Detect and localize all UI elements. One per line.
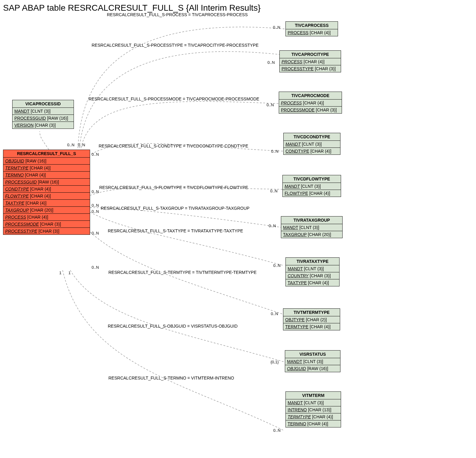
relation-label: RESRCALCRESULT_FULL_S-TERMTYPE = TIVTMTE… xyxy=(108,270,256,275)
field: PROCESS [CHAR (4)] xyxy=(3,214,90,221)
entity-header: VISRSTATUS xyxy=(285,351,340,358)
field: MANDT [CLNT (3)] xyxy=(285,358,340,365)
cardinality: 0..N xyxy=(270,189,278,193)
field: MANDT [CLNT (3)] xyxy=(13,108,74,115)
field: PROCESSGUID [RAW (16)] xyxy=(13,115,74,122)
entity-tivtmtermtype: TIVTMTERMTYPE OBJTYPE [CHAR (2)] TERMTYP… xyxy=(283,308,340,330)
cardinality: 0..N xyxy=(92,189,99,194)
cardinality: 0..N xyxy=(92,265,99,270)
relation-label: RESRCALCRESULT_FULL_S-CONDTYPE = TIVCDCO… xyxy=(99,144,248,148)
field: TERMTYPE [CHAR (4)] xyxy=(286,413,341,420)
cardinality: 0..N xyxy=(67,143,74,147)
entity-header: TIVRATAXGROUP xyxy=(281,216,342,224)
entity-header: TIVCDCONDTYPE xyxy=(284,133,340,141)
entity-visrstatus: VISRSTATUS MANDT [CLNT (3)] OBJGUID [RAW… xyxy=(285,350,340,372)
entity-tivcdflowtype: TIVCDFLOWTYPE MANDT [CLNT (3)] FLOWTYPE … xyxy=(282,175,341,197)
entity-tivcaprocitype: TIVCAPROCITYPE PROCESS [CHAR (4)] PROCES… xyxy=(279,50,341,72)
cardinality: 0..N xyxy=(92,209,99,214)
relation-label: RESRCALCRESULT_FULL_S-PROCESS = TIVCAPRO… xyxy=(107,12,248,17)
entity-header: RESRCALCRESULT_FULL_S xyxy=(3,150,90,158)
field: MANDT [CLNT (3)] xyxy=(286,399,341,406)
cardinality: 0..N xyxy=(273,263,281,268)
entity-vitmterm: VITMTERM MANDT [CLNT (3)] INTRENO [CHAR … xyxy=(285,391,341,427)
field: PROCESSGUID [RAW (16)] xyxy=(3,179,90,186)
field: TERMTYPE [CHAR (4)] xyxy=(283,323,340,330)
field: MANDT [CLNT (3)] xyxy=(286,265,339,272)
entity-tivcaprocmode: TIVCAPROCMODE PROCESS [CHAR (4)] PROCESS… xyxy=(279,92,342,114)
entity-tivcdcondtype: TIVCDCONDTYPE MANDT [CLNT (3)] CONDTYPE … xyxy=(283,133,340,155)
field: TAXTYPE [CHAR (4)] xyxy=(3,200,90,207)
field: COUNTRY [CHAR (3)] xyxy=(286,272,339,279)
field: FLOWTYPE [CHAR (4)] xyxy=(3,193,90,200)
entity-header: TIVCDFLOWTYPE xyxy=(283,175,341,183)
field: TAXGROUP [CHAR (20)] xyxy=(281,231,342,238)
entity-tivcaprocess: TIVCAPROCESS PROCESS [CHAR (4)] xyxy=(285,21,338,36)
field: PROCESS [CHAR (4)] xyxy=(279,100,342,107)
field: PROCESS [CHAR (4)] xyxy=(286,29,338,36)
field: VERSION [CHAR (3)] xyxy=(13,122,74,129)
field: CONDTYPE [CHAR (4)] xyxy=(284,148,340,154)
entity-header: VICAPROCESSID xyxy=(13,100,74,108)
cardinality: {0,1} xyxy=(271,360,279,364)
field: MANDT [CLNT (3)] xyxy=(283,183,341,190)
cardinality: 0..N xyxy=(92,152,99,157)
field: CONDTYPE [CHAR (4)] xyxy=(3,186,90,193)
entity-header: TIVTMTERMTYPE xyxy=(283,309,340,316)
cardinality: 1 xyxy=(68,271,71,275)
cardinality: 0..N xyxy=(273,25,280,30)
relation-label: RESRCALCRESULT_FULL_S-TAXTYPE = TIVRATAX… xyxy=(108,228,243,233)
entity-header: TIVCAPROCMODE xyxy=(279,92,342,100)
cardinality: 0..N xyxy=(271,311,278,316)
relation-label: RESRCALCRESULT_FULL_S-FLOWTYPE = TIVCDFL… xyxy=(99,185,248,190)
field: TERMNO [CHAR (4)] xyxy=(286,420,341,427)
field: TAXGROUP [CHAR (20)] xyxy=(3,207,90,214)
field: PROCESSMODE [CHAR (3)] xyxy=(3,221,90,228)
cardinality: 0..N xyxy=(267,103,274,107)
relation-label: RESRCALCRESULT_FULL_S-OBJGUID = VISRSTAT… xyxy=(108,324,238,329)
field: TERMNO [CHAR (4)] xyxy=(3,172,90,179)
relation-label: RESRCALCRESULT_FULL_S-TAXGROUP = TIVRATA… xyxy=(101,206,249,211)
entity-header: TIVRATAXTYPE xyxy=(286,258,339,265)
cardinality: 0..N xyxy=(92,203,99,208)
entity-header: TIVCAPROCESS xyxy=(286,22,338,29)
field: OBJTYPE [CHAR (2)] xyxy=(283,316,340,323)
field: PROCESSTYPE [CHAR (3)] xyxy=(3,228,90,234)
cardinality: 0..N xyxy=(271,149,278,154)
field: OBJGUID [RAW (16)] xyxy=(3,158,90,165)
cardinality: 0..N xyxy=(78,143,85,147)
cardinality: 1 xyxy=(59,271,61,275)
relation-label: RESRCALCRESULT_FULL_S-TERMNO = VITMTERM-… xyxy=(108,376,234,380)
field: PROCESSMODE [CHAR (3)] xyxy=(279,107,342,113)
cardinality: 0..N xyxy=(267,60,275,65)
entity-tivrataxtype: TIVRATAXTYPE MANDT [CLNT (3)] COUNTRY [C… xyxy=(285,257,340,286)
field: MANDT [CLNT (3)] xyxy=(284,141,340,148)
cardinality: 0..N xyxy=(269,224,276,228)
field: OBJGUID [RAW (16)] xyxy=(285,365,340,372)
page-title: SAP ABAP table RESRCALCRESULT_FULL_S {Al… xyxy=(3,3,476,13)
field: PROCESS [CHAR (4)] xyxy=(280,58,341,65)
entity-header: TIVCAPROCITYPE xyxy=(280,51,341,58)
entity-header: VITMTERM xyxy=(286,392,341,399)
relation-label: RESRCALCRESULT_FULL_S-PROCESSMODE = TIVC… xyxy=(89,96,259,101)
entity-vicaprocessid: VICAPROCESSID MANDT [CLNT (3)] PROCESSGU… xyxy=(12,100,74,129)
entity-tivrataxgroup: TIVRATAXGROUP MANDT [CLNT (3)] TAXGROUP … xyxy=(281,216,343,238)
entity-resrcalcresult-full-s: RESRCALCRESULT_FULL_S OBJGUID [RAW (16)]… xyxy=(3,150,90,235)
cardinality: 0..N xyxy=(273,428,281,433)
cardinality: 0..N xyxy=(92,231,99,235)
field: PROCESSTYPE [CHAR (3)] xyxy=(280,65,341,72)
field: TERMTYPE [CHAR (4)] xyxy=(3,165,90,172)
field: FLOWTYPE [CHAR (4)] xyxy=(283,190,341,197)
field: MANDT [CLNT (3)] xyxy=(281,224,342,231)
field: INTRENO [CHAR (13)] xyxy=(286,406,341,413)
field: TAXTYPE [CHAR (4)] xyxy=(286,279,339,286)
relation-label: RESRCALCRESULT_FULL_S-PROCESSTYPE = TIVC… xyxy=(92,43,259,48)
